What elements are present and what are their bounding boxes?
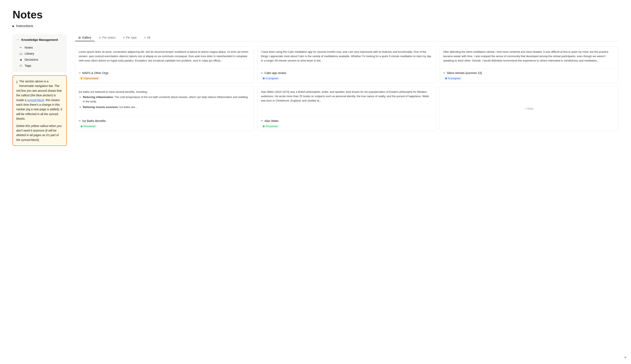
- callout-italic-text: Delete this yellow callout when you don'…: [16, 124, 63, 142]
- main-layout: → Knowledge Management ✏ Notes 📖 Library…: [13, 34, 618, 146]
- card-calm-title-text: Calm app review: [264, 71, 286, 75]
- card-ice-status-text: Processed: [84, 125, 95, 128]
- sidebar-item-library[interactable]: 📖 Library: [15, 50, 64, 56]
- gallery-icon: ⊞: [79, 36, 81, 39]
- sidebar-item-tags-label: Tags: [25, 64, 31, 67]
- card-silent-pencil-icon: ✏: [443, 72, 446, 75]
- content-area: ⊞ Gallery ⊙ Per status ≡ Per type ≡ All …: [75, 34, 618, 131]
- card-calm-text: I have been using the Calm meditation ap…: [261, 50, 433, 63]
- sidebar-arrow-icon: →: [16, 38, 20, 42]
- diamond-icon: ◆: [19, 58, 23, 61]
- card-silent-body: After attending the silent meditation re…: [440, 46, 618, 68]
- card-ice-title-text: Ice Baths Benefits: [82, 119, 106, 122]
- tab-gallery-label: Gallery: [82, 36, 91, 39]
- card-alan-title-text: Alan Watts: [264, 119, 278, 122]
- card-ice-text: Ice baths are believed to have several b…: [79, 90, 250, 110]
- sidebar-section: → Knowledge Management ✏ Notes 📖 Library…: [13, 34, 67, 72]
- card-new[interactable]: + New: [440, 86, 618, 131]
- tab-all-label: All: [147, 36, 150, 39]
- card-maps-body: Lorem ipsum dolor sit amet, consectetur …: [75, 46, 254, 68]
- card-silent-text: After attending the silent meditation re…: [443, 50, 615, 63]
- sidebar-item-decisions[interactable]: ◆ Decisions: [15, 56, 64, 62]
- card-ice-body: Ice baths are believed to have several b…: [75, 86, 254, 116]
- sidebar: → Knowledge Management ✏ Notes 📖 Library…: [13, 34, 67, 146]
- tab-gallery[interactable]: ⊞ Gallery: [75, 34, 95, 41]
- tab-per-type-label: Per type: [126, 36, 137, 39]
- card-maps-status: Unprocessed: [79, 76, 100, 80]
- sidebar-item-decisions-label: Decisions: [25, 58, 38, 61]
- card-silent-retreats[interactable]: After attending the silent meditation re…: [440, 46, 618, 83]
- card-calm-pencil-icon: ✏: [261, 72, 263, 75]
- card-ice-status-dot: [81, 126, 82, 127]
- card-silent-status-text: In progress: [448, 77, 461, 80]
- pencil-icon: ✏: [19, 46, 23, 49]
- card-silent-title-text: Silent retreats [summer 23]: [447, 71, 482, 75]
- instructions-arrow: ▶: [13, 24, 15, 28]
- synced-block-link[interactable]: synced block: [27, 98, 44, 102]
- tab-per-type[interactable]: ≡ Per type: [120, 34, 140, 41]
- gallery-grid: Lorem ipsum dolor sit amet, consectetur …: [75, 46, 618, 131]
- card-alan-status-text: Processed: [266, 125, 277, 128]
- sidebar-header: → Knowledge Management: [15, 38, 64, 42]
- card-ice-pencil-icon: ✏: [79, 119, 81, 122]
- card-calm-status-dot: [263, 78, 265, 79]
- card-alan-watts[interactable]: Alan Watts (1915-1973) was a British phi…: [257, 86, 436, 131]
- sidebar-item-library-label: Library: [25, 52, 34, 55]
- sidebar-item-notes[interactable]: ✏ Notes: [15, 44, 64, 50]
- card-ice-baths[interactable]: Ice baths are believed to have several b…: [75, 86, 254, 131]
- card-ice-title: ✏ Ice Baths Benefits: [79, 119, 250, 122]
- tab-per-status-label: Per status: [102, 36, 115, 39]
- card-alan-text: Alan Watts (1915-1973) was a British phi…: [261, 90, 433, 103]
- card-maps-title: ✏ MAPS & Other Orgs: [79, 71, 250, 75]
- card-alan-title: ✏ Alan Watts: [261, 119, 433, 122]
- per-type-icon: ≡: [123, 36, 125, 39]
- card-alan-status-dot: [263, 126, 265, 127]
- card-maps-status-dot: [81, 78, 82, 79]
- card-calm-app[interactable]: I have been using the Calm meditation ap…: [257, 46, 436, 83]
- card-maps-status-text: Unprocessed: [84, 77, 98, 80]
- card-silent-title: ✏ Silent retreats [summer 23]: [443, 71, 615, 75]
- callout-box: ℹ The section above is a homemade naviga…: [13, 75, 67, 146]
- card-calm-title: ✏ Calm app review: [261, 71, 433, 75]
- card-alan-pencil-icon: ✏: [261, 119, 263, 122]
- info-icon: ℹ: [16, 80, 18, 85]
- card-maps-other-orgs[interactable]: Lorem ipsum dolor sit amet, consectetur …: [75, 46, 254, 83]
- instructions-toggle[interactable]: ▶ Instructions: [13, 24, 618, 28]
- card-silent-status-dot: [445, 78, 447, 79]
- per-status-icon: ⊙: [99, 36, 101, 39]
- card-maps-footer: ✏ MAPS & Other Orgs Unprocessed: [75, 68, 254, 83]
- card-maps-pencil-icon: ✏: [79, 72, 81, 75]
- card-ice-footer: ✏ Ice Baths Benefits Processed: [75, 116, 254, 131]
- tag-icon: 🏷: [19, 64, 23, 67]
- card-maps-text: Lorem ipsum dolor sit amet, consectetur …: [79, 50, 250, 63]
- card-maps-title-text: MAPS & Other Orgs: [82, 71, 109, 75]
- page-title: Notes: [13, 8, 618, 21]
- card-silent-footer: ✏ Silent retreats [summer 23] In progres…: [440, 68, 618, 83]
- card-silent-status: In progress: [443, 76, 463, 80]
- tab-all[interactable]: ≡ All: [141, 34, 154, 41]
- instructions-label: Instructions: [16, 24, 33, 28]
- card-calm-status-text: In progress: [266, 77, 278, 80]
- card-alan-footer: ✏ Alan Watts Processed: [257, 116, 436, 131]
- card-calm-footer: ✏ Calm app review In progress: [257, 68, 436, 83]
- card-calm-status: In progress: [261, 76, 280, 80]
- card-ice-status: Processed: [79, 124, 97, 128]
- sidebar-item-tags[interactable]: 🏷 Tags: [15, 62, 64, 68]
- new-card-label: + New: [525, 107, 533, 110]
- tab-per-status[interactable]: ⊙ Per status: [95, 34, 119, 41]
- sidebar-section-title: Knowledge Management: [21, 38, 58, 42]
- card-alan-body: Alan Watts (1915-1973) was a British phi…: [257, 86, 436, 116]
- callout-text: The section above is a homemade navigati…: [16, 80, 62, 120]
- all-icon: ≡: [144, 36, 146, 39]
- tabs: ⊞ Gallery ⊙ Per status ≡ Per type ≡ All: [75, 34, 618, 41]
- card-calm-body: I have been using the Calm meditation ap…: [257, 46, 436, 68]
- book-icon: 📖: [19, 52, 23, 55]
- bottom-right-icon: ✦: [624, 355, 627, 360]
- sidebar-item-notes-label: Notes: [25, 46, 33, 49]
- card-alan-status: Processed: [261, 124, 280, 128]
